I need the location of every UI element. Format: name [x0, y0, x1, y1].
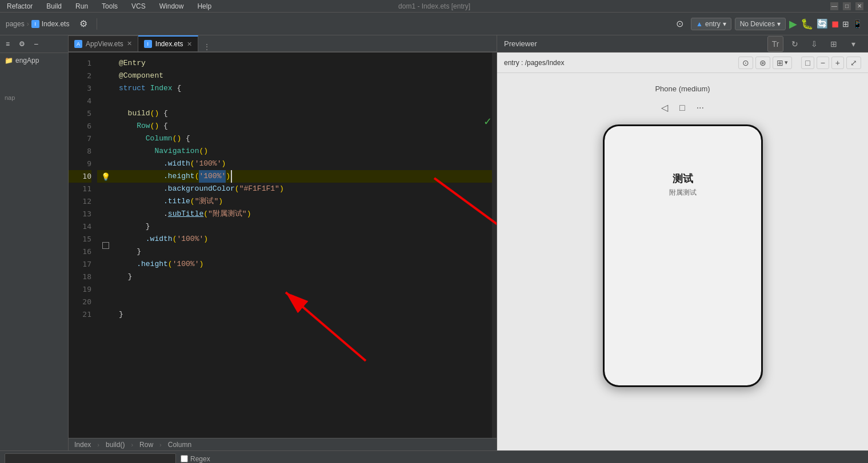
menu-help[interactable]: Help	[195, 1, 214, 11]
phone-rotate-btn[interactable]: □	[677, 100, 687, 115]
line-num-15: 15	[69, 233, 91, 245]
gutter-10-bulb[interactable]: 💡	[97, 170, 114, 183]
previewer-header-actions: Tr ↻ ⇩ ⊞ ▾	[767, 36, 861, 52]
line-numbers: 1 2 3 4 5 6 7 8 9 10 11 12 13 14 15 16 1…	[69, 53, 97, 438]
tab-appview[interactable]: A AppView.ets ✕	[69, 35, 138, 51]
previewer-resize-btn[interactable]: □	[801, 57, 814, 69]
phone-more-btn[interactable]: ···	[694, 100, 706, 115]
line-num-13: 13	[69, 208, 91, 220]
settings-icon[interactable]: ⚙	[76, 16, 91, 31]
line-num-17: 17	[69, 258, 91, 271]
run-button[interactable]: ▶	[789, 18, 797, 30]
toolbar: pages › I Index.ets ⚙ ⊙ ▲ entry ▾ No Dev…	[0, 13, 868, 35]
phone-app-subtitle: 附属测试	[669, 188, 697, 198]
phone-label: Phone (medium)	[655, 84, 710, 93]
profile-button[interactable]: ⊞	[842, 19, 849, 29]
breadcrumb-row: Row	[139, 441, 153, 449]
gutter: 💡	[97, 53, 114, 438]
devices-chevron-icon: ▾	[777, 20, 781, 28]
circle-settings-icon[interactable]: ⊙	[671, 16, 687, 32]
code-line-20	[114, 296, 492, 308]
entry-dropdown[interactable]: ▲ entry ▾	[691, 18, 731, 30]
close-button[interactable]: ✕	[855, 2, 863, 10]
stop-button[interactable]: ◼	[831, 18, 839, 29]
previewer-stack-btn[interactable]: ⊛	[755, 57, 770, 69]
hot-reload-button[interactable]: 🔄	[817, 18, 828, 29]
tab-more-button[interactable]: ⋮	[201, 42, 213, 51]
gutter-2	[97, 70, 114, 82]
gutter-8	[97, 145, 114, 158]
line-num-19: 19	[69, 283, 91, 296]
previewer-layout-icon[interactable]: Tr	[767, 36, 783, 52]
phone-app-title: 测试	[673, 172, 693, 186]
gutter-4	[97, 95, 114, 107]
code-line-11: .backgroundColor("#F1F1F1")	[114, 183, 492, 195]
maximize-button[interactable]: □	[843, 2, 851, 10]
search-bar: Regex	[0, 450, 868, 463]
regex-label-text: Regex	[190, 455, 210, 463]
device-manager-button[interactable]: 📱	[853, 19, 862, 29]
menu-build[interactable]: Build	[44, 1, 64, 11]
code-line-5: build() {	[114, 107, 492, 120]
previewer-content: Phone (medium) ◁ □ ··· 测试 附属测试	[497, 73, 868, 450]
menu-run[interactable]: Run	[73, 1, 90, 11]
menu-window[interactable]: Window	[157, 1, 186, 11]
code-line-3: struct Index {	[114, 82, 492, 95]
previewer-toolbar: entry : /pages/Index ⊙ ⊛ ⊞▾ □ − + ⤢	[497, 53, 868, 73]
previewer-label: Previewer	[504, 39, 537, 48]
editor-breadcrumb-bar: Index › build() › Row › Column	[69, 438, 497, 450]
top-right-controls: ⊙ ▲ entry ▾ No Devices ▾ ▶ 🐛 🔄 ◼ ⊞ 📱	[671, 16, 862, 32]
gutter-11-checkbox[interactable]	[102, 242, 109, 249]
menu-vcs[interactable]: VCS	[129, 1, 148, 11]
previewer-refresh-icon[interactable]: ↻	[787, 36, 803, 52]
phone-status-bar	[605, 126, 761, 138]
minimize-button[interactable]: —	[830, 2, 838, 10]
previewer-zoom-out-btn[interactable]: −	[817, 57, 829, 69]
previewer-size-buttons: □ − + ⤢	[801, 57, 861, 69]
menu-tools[interactable]: Tools	[99, 1, 120, 11]
search-input[interactable]	[5, 453, 176, 464]
sidebar-nav-btn[interactable]: ≡	[2, 38, 13, 50]
gutter-19	[97, 396, 114, 408]
sidebar-nap-label: nap	[0, 91, 68, 104]
previewer-fit-btn[interactable]: ⤢	[846, 57, 861, 69]
code-line-21: }	[114, 308, 492, 321]
code-line-15: .width('100%')	[114, 233, 492, 245]
line-num-7: 7	[69, 132, 91, 145]
regex-label[interactable]: Regex	[181, 455, 210, 463]
previewer-chevron-icon[interactable]: ▾	[845, 36, 861, 52]
breadcrumb-file[interactable]: Index.ets	[42, 20, 70, 28]
previewer-grid-icon[interactable]: ⊞	[826, 36, 842, 52]
sidebar-minus-btn[interactable]: –	[31, 38, 42, 50]
line-num-20: 20	[69, 296, 91, 308]
line-num-5: 5	[69, 107, 91, 120]
sidebar-gear-btn[interactable]: ⚙	[15, 38, 29, 50]
line-num-11: 11	[69, 183, 91, 195]
gutter-18	[97, 383, 114, 396]
gutter-14	[97, 333, 114, 345]
regex-checkbox[interactable]	[181, 455, 188, 462]
menu-refactor[interactable]: Refactor	[5, 1, 35, 11]
previewer-zoom-in-btn[interactable]: +	[831, 57, 844, 69]
code-content[interactable]: @Entry @Component struct Index { build()…	[114, 53, 492, 438]
entry-label: entry	[705, 20, 721, 28]
phone-back-btn[interactable]: ◁	[659, 100, 670, 115]
previewer-download-icon[interactable]: ⇩	[806, 36, 822, 52]
code-editor[interactable]: 1 2 3 4 5 6 7 8 9 10 11 12 13 14 15 16 1…	[69, 53, 497, 438]
editor-scrollbar[interactable]	[492, 53, 497, 438]
debug-button[interactable]: 🐛	[801, 18, 813, 30]
breadcrumb-pages[interactable]: pages	[6, 20, 25, 28]
no-devices-dropdown[interactable]: No Devices ▾	[735, 18, 786, 30]
appview-tab-close[interactable]: ✕	[127, 40, 132, 47]
previewer-panel: Previewer Tr ↻ ⇩ ⊞ ▾ entry : /pages/Inde…	[497, 35, 868, 450]
line-num-14: 14	[69, 220, 91, 233]
line-num-18: 18	[69, 271, 91, 283]
index-tab-close[interactable]: ✕	[187, 41, 192, 48]
gutter-12	[97, 308, 114, 320]
phone-side-button-2	[761, 200, 763, 223]
previewer-layers-btn[interactable]: ⊙	[738, 57, 753, 69]
previewer-view-buttons: ⊙ ⊛ ⊞▾	[738, 57, 792, 69]
code-line-1: @Entry	[114, 57, 492, 70]
tab-index[interactable]: I Index.ets ✕	[138, 35, 198, 51]
previewer-grid-btn[interactable]: ⊞▾	[773, 57, 792, 69]
